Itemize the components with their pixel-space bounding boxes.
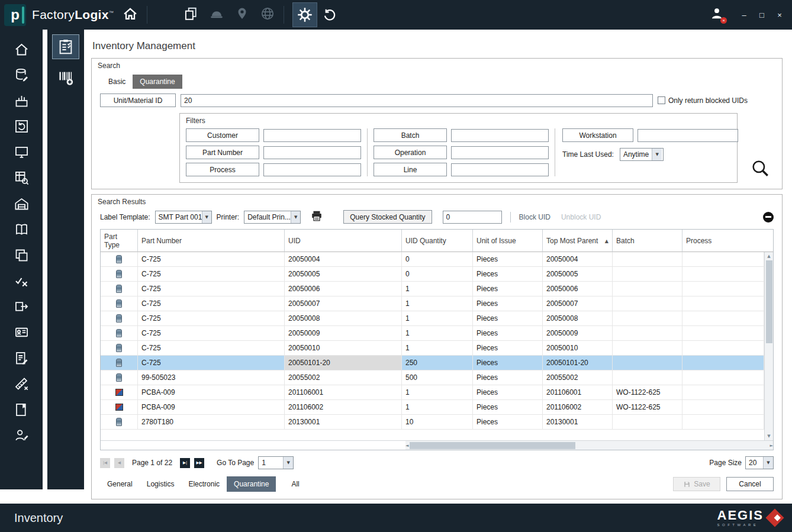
next-page-button[interactable]: ▶|	[180, 458, 190, 468]
previous-page-button[interactable]: ◀	[114, 458, 124, 468]
vertical-scroll-thumb[interactable]	[766, 260, 772, 343]
table-row[interactable]: PCBA-009 201106002 1 Pieces 201106002 WO…	[101, 400, 764, 415]
label-template-combo[interactable]: SMT Part 001▼	[155, 211, 212, 224]
copy-icon[interactable]	[12, 246, 30, 264]
cell-uid[interactable]: 20050101-20	[285, 356, 402, 370]
cell-top-most-parent[interactable]: 20050006	[543, 282, 613, 296]
unblock-uid-button[interactable]: Unblock UID	[561, 213, 601, 221]
print-icon[interactable]	[310, 209, 323, 224]
barcode-add-icon[interactable]	[57, 69, 75, 86]
cell-top-most-parent[interactable]: 20050008	[543, 311, 613, 326]
inventory-list-tile-active[interactable]	[52, 34, 79, 59]
cell-process[interactable]	[682, 326, 764, 341]
search-magnifier-icon[interactable]	[750, 158, 770, 180]
cell-uid[interactable]: 20050004	[285, 252, 402, 267]
line-filter-button[interactable]: Line	[374, 163, 447, 176]
cell-process[interactable]	[682, 400, 764, 415]
cell-process[interactable]	[682, 415, 764, 430]
table-row[interactable]: PCBA-009 201106001 1 Pieces 201106001 WO…	[101, 385, 764, 400]
workstation-filter-input[interactable]	[638, 129, 738, 142]
cell-part-number[interactable]: C-725	[138, 267, 285, 282]
tab-electronic[interactable]: Electronic	[181, 476, 227, 492]
tab-quarantine-bottom[interactable]: Quarantine	[227, 476, 276, 492]
minimize-button[interactable]: –	[738, 11, 751, 20]
cell-uid[interactable]: 20050009	[285, 326, 402, 341]
cell-process[interactable]	[682, 356, 764, 370]
cell-uid[interactable]: 20055002	[285, 370, 402, 385]
cell-part-number[interactable]: PCBA-009	[138, 400, 285, 415]
stock-chart-icon[interactable]	[12, 92, 30, 109]
table-row[interactable]: C-725 20050004 0 Pieces 20050004	[101, 252, 764, 267]
user-account-icon[interactable]: ×	[709, 6, 725, 24]
transactions-history-icon[interactable]	[12, 118, 30, 136]
table-row[interactable]: C-725 20050008 1 Pieces 20050008	[101, 311, 764, 326]
column-header-uid-quantity[interactable]: UID Quantity	[402, 230, 473, 252]
workstation-filter-button[interactable]: Workstation	[562, 128, 633, 142]
cell-batch[interactable]	[613, 415, 682, 430]
goto-page-combo[interactable]: 1▼	[258, 456, 294, 469]
cell-top-most-parent[interactable]: 20050009	[543, 326, 613, 341]
save-button[interactable]: Save	[673, 477, 720, 491]
part-number-filter-input[interactable]	[263, 146, 361, 159]
cell-uid-quantity[interactable]: 0	[402, 252, 473, 267]
cell-process[interactable]	[682, 341, 764, 356]
tab-all[interactable]: All	[284, 476, 306, 492]
validation-check-icon[interactable]	[12, 272, 30, 290]
operation-filter-input[interactable]	[451, 146, 549, 159]
horizontal-scroll-thumb[interactable]	[410, 442, 575, 449]
cell-process[interactable]	[682, 385, 764, 400]
cell-uid-quantity[interactable]: 1	[402, 385, 473, 400]
table-search-icon[interactable]	[12, 169, 30, 187]
cell-unit-of-issue[interactable]: Pieces	[473, 415, 543, 430]
cell-process[interactable]	[682, 252, 764, 267]
location-pin-icon[interactable]	[235, 7, 249, 23]
table-row[interactable]: C-725 20050010 1 Pieces 20050010	[101, 341, 764, 356]
operation-filter-button[interactable]: Operation	[374, 146, 447, 159]
only-blocked-checkbox[interactable]	[658, 96, 665, 104]
cell-top-most-parent[interactable]: 20050007	[543, 296, 613, 311]
cell-top-most-parent[interactable]: 20050101-20	[543, 356, 613, 370]
cell-part-number[interactable]: C-725	[138, 296, 285, 311]
cell-process[interactable]	[682, 311, 764, 326]
close-button[interactable]: ×	[773, 11, 786, 20]
cell-batch[interactable]: WO-1122-625	[613, 400, 682, 415]
cell-top-most-parent[interactable]: 20050004	[543, 252, 613, 267]
cell-batch[interactable]	[613, 311, 682, 326]
database-edit-icon[interactable]	[12, 66, 30, 84]
block-icon[interactable]	[763, 212, 774, 223]
tab-quarantine[interactable]: Quarantine	[133, 75, 182, 89]
unit-material-id-input[interactable]	[181, 94, 653, 107]
tab-general[interactable]: General	[100, 476, 140, 492]
batch-filter-input[interactable]	[451, 129, 549, 142]
column-header-part-number[interactable]: Part Number	[138, 230, 285, 252]
history-tile[interactable]	[317, 2, 342, 27]
customer-filter-input[interactable]	[263, 129, 361, 142]
cell-top-most-parent[interactable]: 20130001	[543, 415, 613, 430]
table-row[interactable]: C-725 20050007 1 Pieces 20050007	[101, 296, 764, 311]
cell-process[interactable]	[682, 370, 764, 385]
cell-process[interactable]	[682, 296, 764, 311]
column-header-uid[interactable]: UID	[285, 230, 402, 252]
scroll-left-icon[interactable]: ◄	[405, 441, 408, 450]
cell-batch[interactable]	[613, 370, 682, 385]
maximize-button[interactable]: □	[755, 11, 768, 20]
workstation-monitor-icon[interactable]	[12, 143, 30, 161]
cell-uid-quantity[interactable]: 0	[402, 267, 473, 282]
part-number-filter-button[interactable]: Part Number	[186, 146, 259, 159]
table-row[interactable]: C-725 20050006 1 Pieces 20050006	[101, 282, 764, 296]
cell-unit-of-issue[interactable]: Pieces	[473, 341, 543, 356]
documents-icon[interactable]	[183, 6, 198, 24]
table-row[interactable]: 99-505023 20055002 500 Pieces 20055002	[101, 370, 764, 385]
cell-unit-of-issue[interactable]: Pieces	[473, 311, 543, 326]
printer-combo[interactable]: Default Prin...▼	[244, 211, 301, 224]
cell-process[interactable]	[682, 282, 764, 296]
cell-batch[interactable]	[613, 267, 682, 282]
cell-uid[interactable]: 201106002	[285, 400, 402, 415]
cell-batch[interactable]	[613, 356, 682, 370]
cell-part-number[interactable]: PCBA-009	[138, 385, 285, 400]
cell-batch[interactable]	[613, 282, 682, 296]
cell-unit-of-issue[interactable]: Pieces	[473, 385, 543, 400]
cell-unit-of-issue[interactable]: Pieces	[473, 252, 543, 267]
cell-uid[interactable]: 201106001	[285, 385, 402, 400]
cell-unit-of-issue[interactable]: Pieces	[473, 326, 543, 341]
